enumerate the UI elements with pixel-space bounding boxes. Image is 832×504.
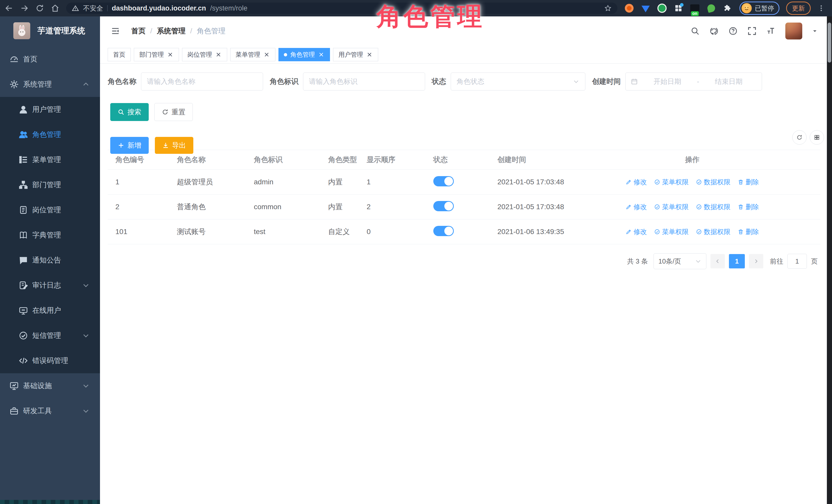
- status-toggle[interactable]: [433, 201, 454, 211]
- tab-用户管理[interactable]: 用户管理: [333, 48, 378, 61]
- sidebar-item-菜单管理[interactable]: 菜单管理: [0, 147, 100, 172]
- sidebar-bottom-strip: [0, 500, 100, 504]
- bookmark-star-icon[interactable]: [604, 4, 612, 12]
- extension-dark-icon[interactable]: on: [690, 3, 700, 13]
- sidebar-item-首页[interactable]: 首页: [0, 47, 100, 72]
- date-range-separator: -: [697, 78, 699, 86]
- refresh-icon: [162, 109, 168, 115]
- row-action-修改[interactable]: 修改: [626, 178, 647, 187]
- breadcrumb-item-首页[interactable]: 首页: [131, 26, 146, 36]
- browser-update-button[interactable]: 更新: [786, 2, 811, 15]
- status-select[interactable]: 角色状态: [451, 73, 586, 90]
- caret-down-icon[interactable]: [812, 28, 817, 34]
- scrollbar[interactable]: [827, 17, 832, 504]
- next-page-button[interactable]: [749, 254, 763, 268]
- row-action-数据权限[interactable]: 数据权限: [696, 203, 730, 212]
- sidebar-item-部门管理[interactable]: 部门管理: [0, 172, 100, 197]
- breadcrumb-item-系统管理[interactable]: 系统管理: [157, 26, 186, 36]
- sidebar-item-审计日志[interactable]: 审计日志: [0, 273, 100, 298]
- tab-部门管理[interactable]: 部门管理: [134, 48, 179, 61]
- extension-grid-icon[interactable]: [673, 3, 683, 13]
- sidebar-item-角色管理[interactable]: 角色管理: [0, 122, 100, 147]
- role-name-label: 角色名称: [108, 77, 136, 86]
- back-icon[interactable]: [5, 4, 13, 12]
- row-action-菜单权限[interactable]: 菜单权限: [654, 203, 689, 212]
- tab-close-icon[interactable]: [215, 51, 222, 58]
- tab-close-icon[interactable]: [366, 51, 373, 58]
- tab-岗位管理[interactable]: 岗位管理: [182, 48, 227, 61]
- tab-label: 岗位管理: [187, 51, 212, 59]
- row-action-修改[interactable]: 修改: [626, 228, 647, 236]
- sidebar-item-通知公告[interactable]: 通知公告: [0, 248, 100, 273]
- help-icon[interactable]: [728, 26, 738, 36]
- cell-actions: 修改菜单权限数据权限删除: [615, 178, 769, 187]
- status-toggle[interactable]: [433, 176, 454, 186]
- sidebar-item-基础设施[interactable]: 基础设施: [0, 373, 100, 398]
- row-action-数据权限[interactable]: 数据权限: [696, 228, 730, 236]
- tab-菜单管理[interactable]: 菜单管理: [230, 48, 276, 61]
- add-button[interactable]: 新增: [110, 137, 149, 154]
- roles-table: 角色编号角色名称角色标识角色类型显示顺序状态创建时间操作 1超级管理员admin…: [108, 150, 821, 244]
- extension-orange-icon[interactable]: [624, 3, 634, 13]
- browser-profile-chip[interactable]: 已暂停: [739, 2, 779, 15]
- scrollbar-thumb[interactable]: [828, 23, 831, 62]
- tab-close-icon[interactable]: [263, 51, 270, 58]
- browser-menu-icon[interactable]: [817, 4, 825, 12]
- sidebar-item-字典管理[interactable]: 字典管理: [0, 222, 100, 248]
- home-icon[interactable]: [51, 4, 59, 12]
- sidebar-logo-row[interactable]: 芋道管理系统: [0, 17, 100, 45]
- tab-close-icon[interactable]: [318, 51, 324, 58]
- sidebar-item-短信管理[interactable]: 短信管理: [0, 323, 100, 348]
- extension-green-icon[interactable]: [657, 3, 667, 13]
- tab-首页[interactable]: 首页: [108, 48, 131, 61]
- date-range-picker[interactable]: 开始日期 - 结束日期: [625, 73, 762, 90]
- sidebar-item-在线用户[interactable]: 在线用户: [0, 298, 100, 323]
- column-header-角色标识: 角色标识: [246, 155, 320, 165]
- user-avatar[interactable]: [785, 23, 802, 39]
- font-size-icon[interactable]: [766, 26, 776, 36]
- export-button[interactable]: 导出: [155, 137, 193, 154]
- search-button[interactable]: 搜索: [110, 103, 149, 121]
- current-page-button[interactable]: 1: [729, 254, 745, 268]
- extensions-puzzle-icon[interactable]: [723, 3, 733, 13]
- row-action-label: 菜单权限: [662, 203, 689, 212]
- row-action-数据权限[interactable]: 数据权限: [696, 178, 730, 187]
- row-action-菜单权限[interactable]: 菜单权限: [654, 228, 689, 236]
- sidebar-item-岗位管理[interactable]: 岗位管理: [0, 197, 100, 222]
- tab-label: 部门管理: [139, 51, 164, 59]
- sidebar-item-系统管理[interactable]: 系统管理: [0, 72, 100, 97]
- prev-page-button[interactable]: [710, 254, 725, 268]
- extension-leaf-icon[interactable]: [706, 3, 717, 13]
- hamburger-icon[interactable]: [110, 27, 121, 35]
- sidebar-item-label: 用户管理: [32, 105, 61, 114]
- row-action-菜单权限[interactable]: 菜单权限: [654, 178, 689, 187]
- chevron-left-icon: [715, 258, 721, 264]
- github-icon[interactable]: [709, 26, 719, 36]
- address-bar[interactable]: 不安全 dashboard.yudao.iocoder.cn /system/r…: [66, 3, 617, 14]
- tab-close-icon[interactable]: [167, 51, 174, 58]
- reload-icon[interactable]: [35, 4, 44, 12]
- fullscreen-icon[interactable]: [747, 26, 757, 36]
- sidebar-item-研发工具[interactable]: 研发工具: [0, 398, 100, 424]
- sidebar-item-错误码管理[interactable]: 错误码管理: [0, 348, 100, 373]
- security-warning-icon[interactable]: [72, 5, 79, 12]
- row-action-修改[interactable]: 修改: [626, 203, 647, 212]
- reset-button[interactable]: 重置: [154, 103, 193, 121]
- row-action-删除[interactable]: 删除: [738, 203, 759, 212]
- row-action-删除[interactable]: 删除: [738, 228, 759, 236]
- row-action-删除[interactable]: 删除: [738, 178, 759, 187]
- tab-label: 角色管理: [290, 51, 315, 59]
- role-name-input[interactable]: [141, 73, 263, 90]
- forward-icon[interactable]: [20, 4, 29, 12]
- search-icon[interactable]: [691, 26, 700, 36]
- row-action-label: 菜单权限: [662, 228, 689, 236]
- goto-page-input[interactable]: [787, 254, 807, 269]
- role-key-input[interactable]: [303, 73, 425, 90]
- tab-角色管理[interactable]: 角色管理: [279, 48, 330, 61]
- table-refresh-button[interactable]: [792, 130, 807, 144]
- status-toggle[interactable]: [433, 226, 454, 236]
- sidebar-item-用户管理[interactable]: 用户管理: [0, 97, 100, 122]
- extension-gem-icon[interactable]: [641, 3, 651, 13]
- page-size-select[interactable]: 10条/页: [654, 253, 706, 269]
- table-settings-button[interactable]: [810, 130, 824, 144]
